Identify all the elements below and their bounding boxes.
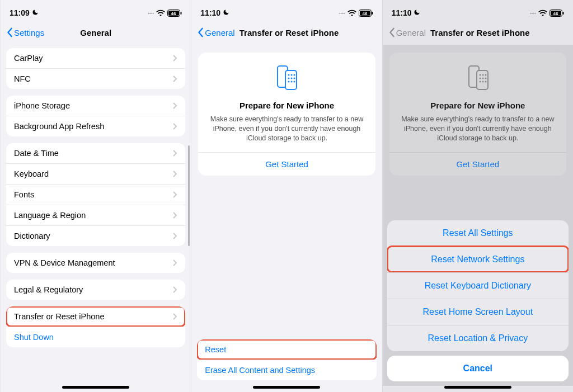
svg-rect-5: [372, 12, 373, 15]
svg-point-15: [294, 78, 295, 79]
row-background-refresh[interactable]: Background App Refresh: [6, 116, 185, 136]
row-erase-all[interactable]: Erase All Content and Settings: [197, 360, 376, 380]
status-bar: 11:09 •••• 46: [1, 0, 191, 20]
svg-point-14: [291, 78, 293, 79]
cellular-icon: ••••: [339, 11, 345, 16]
svg-rect-20: [562, 12, 563, 15]
row-label: CarPlay: [14, 54, 43, 63]
svg-point-17: [291, 81, 293, 83]
wifi-icon: [538, 10, 547, 16]
row-nfc[interactable]: NFC: [6, 68, 185, 89]
back-label: General: [396, 28, 426, 37]
sheet-reset-home-screen[interactable]: Reset Home Screen Layout: [387, 299, 569, 325]
row-label: NFC: [14, 74, 31, 83]
home-indicator[interactable]: [253, 386, 320, 389]
status-time: 11:10: [200, 8, 220, 17]
row-vpn[interactable]: VPN & Device Management: [6, 253, 185, 273]
chevron-right-icon: [173, 233, 177, 239]
dnd-moon-icon: [32, 8, 39, 17]
navbar: Settings General: [1, 20, 191, 45]
nav-title: General: [80, 28, 111, 37]
navbar: General Transfer or Reset iPhone: [191, 20, 382, 45]
row-label: Background App Refresh: [14, 122, 104, 131]
cellular-icon: ••••: [530, 11, 536, 16]
row-iphone-storage[interactable]: iPhone Storage: [6, 96, 185, 116]
svg-text:46: 46: [553, 11, 558, 16]
battery-icon: 46: [549, 10, 564, 17]
row-dictionary[interactable]: Dictionary: [6, 225, 185, 246]
back-label: General: [205, 28, 234, 37]
chevron-right-icon: [173, 212, 177, 219]
row-fonts[interactable]: Fonts: [6, 184, 185, 205]
battery-icon: 46: [167, 10, 182, 17]
group-vpn: VPN & Device Management: [6, 253, 185, 273]
battery-icon: 46: [359, 10, 373, 17]
status-bar: 11:10 •••• 46: [191, 0, 382, 20]
nav-title: Transfer or Reset iPhone: [430, 28, 530, 37]
svg-rect-1: [181, 12, 182, 15]
chevron-right-icon: [173, 75, 177, 82]
group-storage: iPhone Storage Background App Refresh: [6, 96, 185, 136]
status-time: 11:09: [10, 8, 30, 17]
svg-point-10: [288, 74, 290, 76]
group-reset: Transfer or Reset iPhone Shut Down: [6, 306, 185, 347]
card-description: Make sure everything's ready to transfer…: [207, 115, 366, 143]
sheet-reset-network[interactable]: Reset Network Settings: [387, 246, 569, 272]
chevron-right-icon: [173, 150, 177, 157]
group-connectivity: CarPlay NFC: [6, 48, 185, 89]
row-label: Reset: [205, 345, 226, 354]
row-legal[interactable]: Legal & Regulatory: [6, 280, 185, 300]
row-label: Legal & Regulatory: [14, 285, 83, 294]
group-legal: Legal & Regulatory: [6, 280, 185, 300]
row-reset[interactable]: Reset: [197, 339, 376, 360]
home-indicator[interactable]: [444, 386, 511, 389]
navbar: General Transfer or Reset iPhone: [383, 20, 573, 45]
nav-title: Transfer or Reset iPhone: [239, 28, 339, 37]
screen-reset-sheet: 11:10 •••• 46 General Transfer or Reset …: [382, 0, 573, 392]
row-shut-down[interactable]: Shut Down: [6, 327, 185, 347]
chevron-right-icon: [173, 55, 177, 62]
chevron-right-icon: [173, 102, 177, 109]
action-sheet-overlay[interactable]: Reset All Settings Reset Network Setting…: [383, 45, 573, 386]
home-indicator[interactable]: [62, 386, 129, 389]
svg-point-18: [294, 81, 295, 83]
get-started-button[interactable]: Get Started: [198, 152, 375, 176]
row-label: Date & Time: [14, 149, 59, 158]
chevron-right-icon: [173, 123, 177, 130]
two-phones-icon: [272, 64, 301, 93]
back-button[interactable]: Settings: [6, 27, 44, 37]
svg-point-11: [291, 74, 293, 76]
chevron-right-icon: [173, 313, 177, 320]
status-bar: 11:10 •••• 46: [383, 0, 573, 20]
row-transfer-reset[interactable]: Transfer or Reset iPhone: [6, 306, 185, 327]
sheet-reset-keyboard-dict[interactable]: Reset Keyboard Dictionary: [387, 272, 569, 299]
svg-point-13: [288, 78, 290, 79]
row-label: Shut Down: [14, 333, 54, 342]
row-label: iPhone Storage: [14, 101, 70, 110]
row-label: Language & Region: [14, 211, 86, 220]
wifi-icon: [156, 10, 165, 16]
row-keyboard[interactable]: Keyboard: [6, 163, 185, 184]
scrollbar[interactable]: [188, 145, 190, 246]
sheet-reset-all[interactable]: Reset All Settings: [387, 220, 569, 246]
status-time: 11:10: [392, 8, 412, 17]
cancel-button[interactable]: Cancel: [387, 356, 569, 381]
row-date-time[interactable]: Date & Time: [6, 143, 185, 163]
dnd-moon-icon: [414, 8, 420, 17]
screen-transfer-reset: 11:10 •••• 46 General Transfer or Reset …: [191, 0, 382, 392]
dnd-moon-icon: [223, 8, 229, 17]
back-label: Settings: [14, 28, 44, 37]
chevron-right-icon: [173, 171, 177, 177]
action-sheet: Reset All Settings Reset Network Setting…: [387, 220, 569, 351]
row-language-region[interactable]: Language & Region: [6, 205, 185, 225]
row-label: Dictionary: [14, 232, 50, 240]
group-reset-options: Reset Erase All Content and Settings: [197, 339, 376, 380]
sheet-reset-location-privacy[interactable]: Reset Location & Privacy: [387, 325, 569, 351]
svg-rect-9: [285, 70, 297, 89]
row-label: Erase All Content and Settings: [205, 366, 315, 375]
back-button[interactable]: General: [197, 27, 234, 37]
svg-text:46: 46: [362, 11, 367, 16]
row-label: Keyboard: [14, 169, 49, 178]
row-carplay[interactable]: CarPlay: [6, 48, 185, 68]
svg-point-12: [294, 74, 295, 76]
